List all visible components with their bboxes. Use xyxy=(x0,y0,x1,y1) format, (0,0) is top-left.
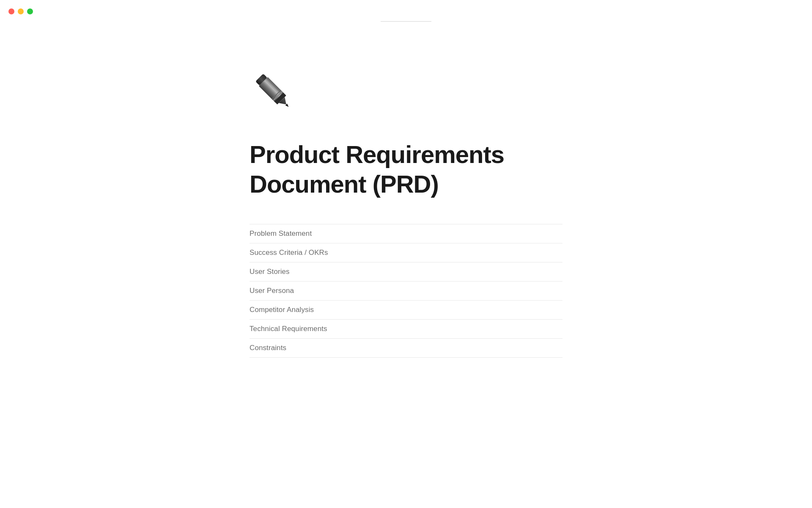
page-title: Product Requirements Document (PRD) xyxy=(250,140,562,199)
toc-link-technical-requirements[interactable]: Technical Requirements xyxy=(250,324,327,334)
window-controls xyxy=(8,8,33,14)
toc-item[interactable]: User Persona xyxy=(250,282,562,301)
toc-list: Problem StatementSuccess Criteria / OKRs… xyxy=(250,224,562,358)
toc-item[interactable]: Constraints xyxy=(250,339,562,358)
toc-item[interactable]: Problem Statement xyxy=(250,224,562,243)
maximize-button[interactable] xyxy=(27,8,33,14)
toc-item[interactable]: Technical Requirements xyxy=(250,320,562,339)
toc-link-user-stories[interactable]: User Stories xyxy=(250,267,290,277)
close-button[interactable] xyxy=(8,8,14,14)
minimize-button[interactable] xyxy=(18,8,24,14)
pen-icon xyxy=(250,68,296,114)
toc-item[interactable]: Success Criteria / OKRs xyxy=(250,243,562,262)
table-of-contents: Problem StatementSuccess Criteria / OKRs… xyxy=(250,224,562,358)
document-icon xyxy=(250,68,562,114)
toc-link-problem-statement[interactable]: Problem Statement xyxy=(250,229,312,239)
toc-link-competitor-analysis[interactable]: Competitor Analysis xyxy=(250,305,314,315)
toc-link-constraints[interactable]: Constraints xyxy=(250,343,286,353)
toc-item[interactable]: User Stories xyxy=(250,262,562,282)
main-content: Product Requirements Document (PRD) Prob… xyxy=(216,0,596,392)
toc-link-user-persona[interactable]: User Persona xyxy=(250,286,294,296)
toc-item[interactable]: Competitor Analysis xyxy=(250,301,562,320)
toc-link-success-criteria[interactable]: Success Criteria / OKRs xyxy=(250,248,328,258)
